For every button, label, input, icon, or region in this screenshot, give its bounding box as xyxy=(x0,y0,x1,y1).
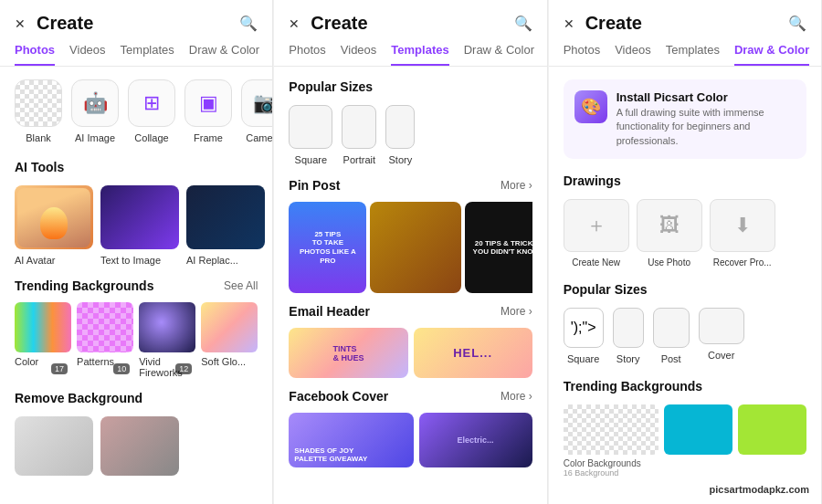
trending-fireworks[interactable]: 12 Vivid Fireworks xyxy=(139,302,195,378)
t3-color-sub: 16 Background xyxy=(564,468,659,478)
watermark: picsartmodapkz.com xyxy=(704,482,815,497)
t3-cyan-img xyxy=(664,404,732,455)
search-icon[interactable]: 🔍 xyxy=(239,15,258,32)
t3-checked-img xyxy=(564,404,659,455)
fb-card-1[interactable]: SHADES OF JOYPALETTE GIVEAWAY xyxy=(289,413,413,467)
s3-story-icon xyxy=(613,308,644,348)
install-desc: A full drawing suite with immense functi… xyxy=(616,106,796,148)
trending-soft-img xyxy=(201,302,258,352)
ai-replace-label: AI Replac... xyxy=(186,255,265,266)
size-square-label: Square xyxy=(295,154,327,165)
create-new-box: ＋ xyxy=(564,199,629,252)
size3-post[interactable]: Post xyxy=(653,308,690,364)
close-icon-2[interactable]: ✕ xyxy=(289,16,300,31)
close-icon[interactable]: ✕ xyxy=(15,16,26,31)
trending-color-img xyxy=(15,302,71,352)
tabs-templates: Photos Videos Templates Draw & Color xyxy=(274,34,546,67)
panel-header-templates: ✕ Create 🔍 xyxy=(274,0,546,34)
size-portrait[interactable]: Portrait xyxy=(342,105,376,165)
tab3-templates[interactable]: Templates xyxy=(666,43,720,66)
install-icon: 🎨 xyxy=(574,90,607,123)
text-to-image-item[interactable]: Text to Image xyxy=(100,185,179,266)
quick-ai-image[interactable]: 🤖 AI Image xyxy=(71,79,119,143)
t3-lime-bg[interactable] xyxy=(738,404,806,478)
tab2-videos[interactable]: Videos xyxy=(341,43,377,66)
size3-cover[interactable]: Cover xyxy=(699,308,744,364)
pin-post-more[interactable]: More › xyxy=(501,179,532,192)
trending-color[interactable]: 17 Color xyxy=(15,302,71,378)
pin-card-1[interactable]: 25 TIPSTO TAKE PHOTOS LIKE A PRO xyxy=(289,202,366,293)
search-icon-3[interactable]: 🔍 xyxy=(788,15,806,32)
install-text: Install Picsart Color A full drawing sui… xyxy=(616,90,796,148)
size-story[interactable]: Story xyxy=(385,105,415,165)
size-story-label: Story xyxy=(388,154,412,165)
draw-create-new[interactable]: ＋ Create New xyxy=(564,199,629,268)
s3-cover-label: Cover xyxy=(708,350,734,361)
remove-bg-img1[interactable] xyxy=(15,416,93,476)
pin-card-3[interactable]: 20 TIPS & TRICKSYOU DIDN'T KNOW xyxy=(465,202,532,293)
t3-color-bg[interactable]: Color Backgrounds 16 Background xyxy=(564,404,659,478)
email-card-1[interactable]: TINTS& HUES xyxy=(289,328,407,378)
ai-replace-img xyxy=(186,185,265,249)
size3-story[interactable]: Story xyxy=(613,308,644,364)
quick-frame[interactable]: ▣ Frame xyxy=(184,79,232,143)
collage-icon-box: ⊞ xyxy=(128,79,175,127)
popular-sizes-grid-3: ');"> Square Story Post Cover xyxy=(564,308,806,364)
ai-avatar-item[interactable]: AI Avatar xyxy=(15,185,93,266)
panel-content-templates: Popular Sizes Square Portrait Story Pin … xyxy=(274,67,546,504)
tab2-draw[interactable]: Draw & Color xyxy=(464,43,534,66)
search-icon-2[interactable]: 🔍 xyxy=(514,15,532,32)
pin-post-header: Pin Post More › xyxy=(289,178,532,193)
square-icon xyxy=(289,105,332,149)
fb-more[interactable]: More › xyxy=(501,390,532,403)
tab3-photos[interactable]: Photos xyxy=(564,43,600,66)
popular-sizes-grid: Square Portrait Story xyxy=(289,105,532,165)
trending-soft[interactable]: Soft Glo... xyxy=(201,302,258,378)
tab-draw-color[interactable]: Draw & Color xyxy=(189,43,259,66)
t3-cyan-bg[interactable] xyxy=(664,404,732,478)
tab3-draw[interactable]: Draw & Color xyxy=(734,43,809,66)
email-card-2[interactable]: HEL... xyxy=(414,328,532,378)
remove-bg-img2[interactable] xyxy=(100,416,179,476)
size-square[interactable]: Square xyxy=(289,105,332,165)
quick-frame-label: Frame xyxy=(194,132,223,143)
s3-story-label: Story xyxy=(616,353,640,364)
trending-patterns[interactable]: 10 Patterns xyxy=(77,302,133,378)
trending-fireworks-img xyxy=(139,302,195,352)
tab-videos[interactable]: Videos xyxy=(69,43,106,66)
quick-blank[interactable]: Blank xyxy=(15,79,62,143)
ai-replace-item[interactable]: AI Replac... xyxy=(186,185,265,266)
email-more[interactable]: More › xyxy=(501,305,532,318)
draw-recover[interactable]: ⬇ Recover Pro... xyxy=(710,199,775,268)
pop-sizes-title-3: Popular Sizes xyxy=(564,282,806,297)
draw-use-photo-label: Use Photo xyxy=(648,257,690,268)
tab-photos[interactable]: Photos xyxy=(15,43,55,66)
tab3-videos[interactable]: Videos xyxy=(615,43,651,66)
trending-color-badge: 17 xyxy=(51,363,68,374)
quick-ai-label: AI Image xyxy=(75,132,115,143)
trending-title: Trending Backgrounds xyxy=(15,278,153,293)
trending-title-3: Trending Backgrounds xyxy=(564,379,806,394)
pin-card-2[interactable] xyxy=(370,202,461,293)
tab2-templates[interactable]: Templates xyxy=(391,43,448,66)
tabs-draw: Photos Videos Templates Draw & Color xyxy=(549,34,821,67)
close-icon-3[interactable]: ✕ xyxy=(564,16,574,31)
quick-blank-label: Blank xyxy=(26,132,51,143)
see-all-link[interactable]: See All xyxy=(224,279,258,292)
tabs-photos: Photos Videos Templates Draw & Color xyxy=(0,34,272,67)
blank-icon-box xyxy=(15,79,62,127)
quick-camera-label: Camer... xyxy=(246,132,272,143)
tab-templates[interactable]: Templates xyxy=(121,43,174,66)
tab2-photos[interactable]: Photos xyxy=(289,43,325,66)
panel-content-photos: Blank 🤖 AI Image ⊞ Collage ▣ Frame 📷 Cam… xyxy=(0,67,272,504)
quick-actions-grid: Blank 🤖 AI Image ⊞ Collage ▣ Frame 📷 Cam… xyxy=(15,79,258,143)
panel-content-draw: 🎨 Install Picsart Color A full drawing s… xyxy=(549,67,821,504)
fb-card-2[interactable]: Electric... xyxy=(419,413,532,467)
panel-title-3: Create xyxy=(585,13,781,34)
quick-collage[interactable]: ⊞ Collage xyxy=(128,79,175,143)
size3-square[interactable]: ');"> Square xyxy=(564,308,604,364)
drawings-title: Drawings xyxy=(564,173,806,188)
panel-templates: ✕ Create 🔍 Photos Videos Templates Draw … xyxy=(274,0,547,504)
quick-camera[interactable]: 📷 Camer... xyxy=(241,79,272,143)
draw-use-photo[interactable]: 🖼 Use Photo xyxy=(637,199,702,268)
